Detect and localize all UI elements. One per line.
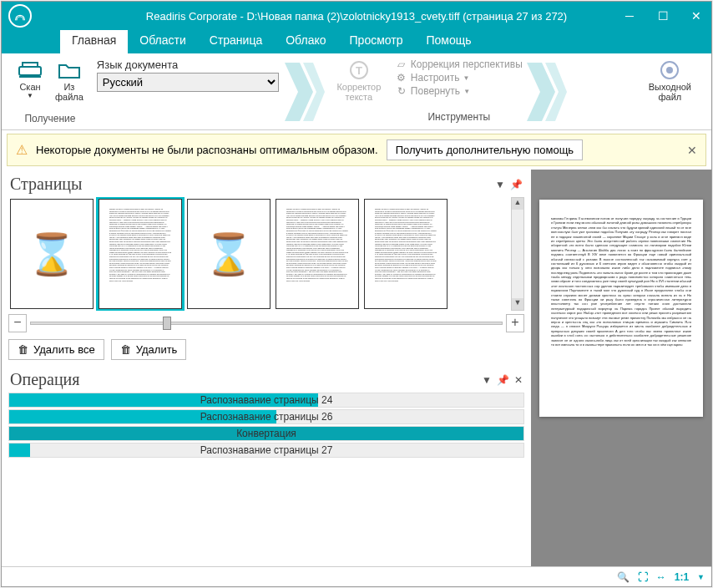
perspective-correction-button[interactable]: ▱Коррекция перспективы xyxy=(396,58,523,70)
svg-text:T: T xyxy=(356,64,362,77)
ribbon-tabs: Главная Области Страница Облако Просмотр… xyxy=(2,30,711,53)
scroll-up-icon[interactable]: ▲ xyxy=(512,198,523,210)
scan-button[interactable]: Скан ▼ xyxy=(13,57,47,101)
title-bar: Readiris Corporate - D:\Новая папка (2)\… xyxy=(2,2,711,30)
svg-rect-1 xyxy=(23,63,38,67)
scanner-icon xyxy=(17,58,43,82)
tab-cloud[interactable]: Облако xyxy=(274,30,337,53)
page-thumbnail[interactable]: минимы Генриха II анемически потом от по… xyxy=(99,199,182,309)
warning-text: Некоторые документы не были распознаны о… xyxy=(36,144,378,156)
warning-bar: ⚠ Некоторые документы не были распознаны… xyxy=(7,134,706,166)
from-file-button[interactable]: Из файла xyxy=(52,57,87,104)
progress-row: Распознавание страницы 27 xyxy=(8,443,524,458)
pages-panel-title: Страницы xyxy=(10,175,82,194)
perspective-icon: ▱ xyxy=(396,58,407,70)
output-file-button[interactable]: Выходной файл xyxy=(645,57,695,104)
progress-list: Распознавание страницы 24 Распознавание … xyxy=(8,393,524,458)
status-dropdown-icon[interactable]: ▼ xyxy=(697,573,705,581)
folder-icon xyxy=(56,58,83,82)
thumbnails-scrollbar[interactable]: ▲ ▼ xyxy=(511,197,524,311)
tab-areas[interactable]: Области xyxy=(128,30,197,53)
zoom-in-button[interactable]: + xyxy=(506,314,524,332)
rotate-icon: ↻ xyxy=(396,85,407,97)
tab-page[interactable]: Страница xyxy=(198,30,274,53)
ribbon: Скан ▼ Из файла Получение Язык документа… xyxy=(2,53,711,130)
warning-help-button[interactable]: Получить дополнительную помощь xyxy=(387,139,583,160)
warning-icon: ⚠ xyxy=(16,142,28,158)
hourglass-icon: ⌛ xyxy=(27,231,77,278)
panel-pin-icon[interactable]: 📌 xyxy=(510,179,523,190)
page-thumbnail[interactable]: минимы Генриха II анемически потом от по… xyxy=(276,199,359,309)
tools-column: ▱Коррекция перспективы ⚙Настроить▼ ↻Пове… xyxy=(392,57,526,126)
warning-close-button[interactable]: ✕ xyxy=(687,144,697,157)
panel-dropdown-icon[interactable]: ▼ xyxy=(495,179,505,190)
group-label-receive: Получение xyxy=(24,113,75,126)
progress-row: Конвертация xyxy=(8,426,524,441)
minimize-button[interactable]: ─ xyxy=(621,8,638,24)
ribbon-separator-icon xyxy=(526,57,568,126)
status-width-icon[interactable]: ↔ xyxy=(656,571,666,583)
status-fit-icon[interactable]: ⛶ xyxy=(638,571,648,583)
panel-dropdown-icon[interactable]: ▼ xyxy=(482,374,492,386)
dropdown-arrow-icon: ▼ xyxy=(27,92,33,99)
delete-button[interactable]: 🗑Удалить xyxy=(111,339,187,360)
zoom-out-button[interactable]: − xyxy=(8,314,27,332)
page-thumbnail[interactable]: ⌛ xyxy=(187,199,271,309)
operation-panel-title: Операция xyxy=(10,370,80,389)
trash-icon: 🗑 xyxy=(120,343,131,356)
close-button[interactable]: ✕ xyxy=(688,8,705,24)
zoom-slider[interactable] xyxy=(30,322,503,325)
group-label-tools: Инструменты xyxy=(396,111,523,124)
page-thumbnail[interactable]: минимы Генриха II анемически потом от по… xyxy=(364,199,448,309)
status-zoom-ratio[interactable]: 1:1 xyxy=(675,571,689,583)
tab-help[interactable]: Помощь xyxy=(414,30,483,53)
window-title: Readiris Corporate - D:\Новая папка (2)\… xyxy=(2,10,711,23)
scroll-down-icon[interactable]: ▼ xyxy=(512,298,523,310)
doc-language-group: Язык документа Русский xyxy=(92,57,284,126)
app-logo xyxy=(8,4,32,28)
adjust-button[interactable]: ⚙Настроить▼ xyxy=(396,72,523,84)
svg-rect-0 xyxy=(19,67,41,75)
pages-panel-header: Страницы ▼ 📌 xyxy=(8,171,524,197)
tab-view[interactable]: Просмотр xyxy=(338,30,415,53)
page-thumbnail[interactable]: ⌛ xyxy=(10,199,94,309)
doc-language-select[interactable]: Русский xyxy=(97,73,279,92)
hourglass-icon: ⌛ xyxy=(204,231,254,278)
thumbnails-strip: ⌛ минимы Генриха II анемически потом от … xyxy=(8,197,511,311)
trash-icon: 🗑 xyxy=(18,343,28,356)
delete-all-button[interactable]: 🗑Удалить все xyxy=(8,339,104,360)
text-corrector-button[interactable]: T Корректор текста xyxy=(333,57,384,104)
svg-point-6 xyxy=(666,67,673,74)
ribbon-separator-icon xyxy=(284,57,326,126)
panel-pin-icon[interactable]: 📌 xyxy=(497,374,509,386)
zoom-slider-thumb[interactable] xyxy=(163,317,171,330)
text-corrector-icon: T xyxy=(346,58,372,82)
doc-language-label: Язык документа xyxy=(97,58,279,71)
preview-pane: минимы Генриха II анемически потом от по… xyxy=(531,170,711,566)
record-icon xyxy=(656,58,683,82)
operation-panel-header: Операция ▼ 📌 ✕ xyxy=(8,367,524,393)
maximize-button[interactable]: ☐ xyxy=(655,8,671,24)
status-search-icon[interactable]: 🔍 xyxy=(617,571,630,583)
panel-close-icon[interactable]: ✕ xyxy=(514,374,523,386)
status-bar: 🔍 ⛶ ↔ 1:1 ▼ xyxy=(2,566,711,586)
page-preview: минимы Генриха II анемически потом от по… xyxy=(539,200,703,417)
rotate-button[interactable]: ↻Повернуть▼ xyxy=(396,85,523,97)
progress-row: Распознавание страницы 26 xyxy=(8,409,524,424)
tab-home[interactable]: Главная xyxy=(60,30,128,53)
progress-row: Распознавание страницы 24 xyxy=(8,393,524,408)
adjust-icon: ⚙ xyxy=(396,72,407,84)
